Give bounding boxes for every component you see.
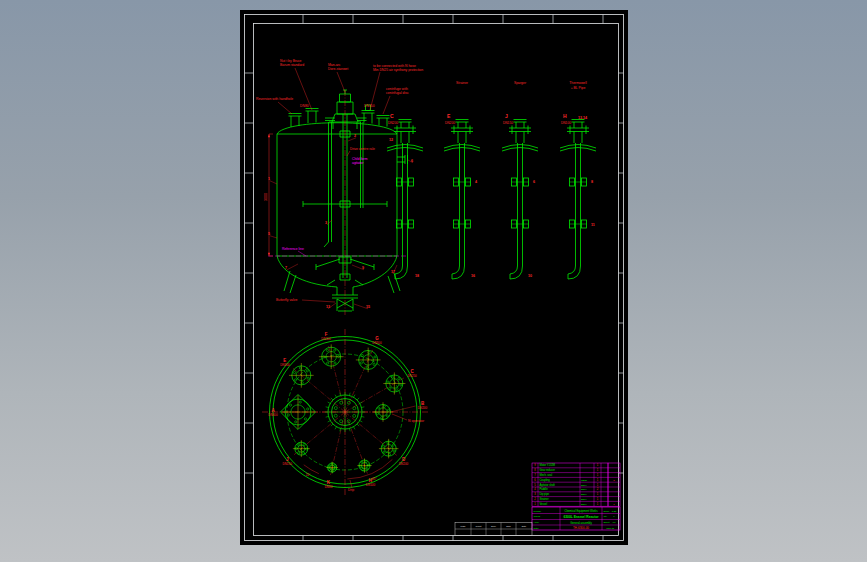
annotation-text: Drive centre rale — [350, 147, 375, 151]
center-gear-tooth — [349, 428, 350, 431]
annotations-part — [392, 414, 407, 420]
bolt-hole — [382, 445, 384, 447]
bolt-hole — [393, 450, 395, 452]
center-gear-tooth — [357, 398, 359, 400]
center-gear-tooth — [328, 402, 331, 404]
nozzle-center-mark — [356, 348, 381, 373]
center-gear-tooth — [335, 395, 337, 398]
center-gear-tooth — [354, 427, 356, 430]
nozzle-detail-views-part — [502, 145, 538, 152]
annotation-text: centrifugal disc — [386, 91, 409, 95]
bolt-hole — [361, 461, 363, 463]
nozzle-size: DN150 — [282, 462, 292, 466]
bolt-hole — [387, 409, 389, 411]
bom-no: 8 — [534, 468, 536, 472]
cad-viewport[interactable]: ADN600EDN300FDN300GDN300CDN250BDN200DDN2… — [0, 0, 867, 562]
nozzle-detail-views-part — [451, 126, 473, 135]
bolt-hole — [289, 404, 291, 406]
nozzle-size: DN200 — [418, 406, 428, 410]
title-block-right-label: Scale — [604, 510, 610, 512]
bom-material: S304 — [581, 484, 587, 487]
item-callout: 1 — [268, 177, 270, 181]
center-bolt-hole — [340, 401, 343, 404]
nozzle-center-mark — [373, 402, 393, 422]
nozzle-detail-views-part — [444, 145, 480, 152]
bom-name: Gear reducer — [540, 468, 555, 472]
nozzle-size: DN250 — [407, 374, 417, 378]
strip-label: Sign — [506, 525, 511, 527]
bolt-hole — [400, 384, 402, 386]
annotation-text: Drip — [348, 488, 354, 492]
drawing-subtitle: General assembly — [570, 521, 592, 525]
center-gear-tooth — [349, 393, 350, 396]
bom-qty: 1 — [597, 492, 599, 496]
bolt-hole — [327, 362, 329, 364]
bolt-hole — [295, 421, 297, 423]
bolt-hole — [398, 378, 400, 380]
nozzle-size: DN300 — [280, 363, 290, 367]
item-callout: 11 — [591, 223, 595, 227]
vessel-shell — [277, 123, 400, 311]
annotation-text: Reference line — [282, 247, 304, 251]
center-gear-tooth — [328, 421, 331, 423]
annotation-text: Barum standard — [280, 63, 304, 67]
title-block-right-label: Qty — [604, 515, 608, 517]
center-gear-tooth — [326, 416, 329, 417]
item-callout: 4 — [475, 180, 477, 184]
bolt-hole — [392, 444, 394, 446]
strip-label: Zone — [491, 525, 497, 527]
nozzle-detail-views-part — [456, 120, 469, 129]
item-callouts-part — [270, 181, 277, 184]
nozzle-detail-views-part — [572, 120, 585, 129]
nozzle-detail-views-part — [514, 120, 527, 129]
drawing-title: 6300L Enamel Reactor — [563, 515, 599, 519]
annotations: 3000CDN200EDN200StrainerJDN150SpargerHDN… — [256, 59, 587, 492]
bolt-hole — [373, 363, 375, 365]
bolt-hole — [376, 413, 378, 415]
nozzle-detail-views-part — [460, 143, 465, 266]
item-callout: 5 — [268, 232, 270, 236]
nozzle-center-mark — [319, 344, 344, 369]
bom-qty: 1 — [597, 463, 599, 467]
annotation-text: DN150 — [364, 104, 375, 108]
nozzle-detail-views-part — [401, 132, 409, 144]
angle-dim: 15° — [306, 473, 311, 477]
bolt-hole — [304, 418, 306, 420]
nozzle-detail-views-part — [576, 143, 581, 266]
bom-name: Strainer — [540, 497, 549, 501]
title-block-row-label: Appr. — [534, 521, 540, 524]
bolt-hole — [387, 381, 389, 383]
scale-value: 1:25 — [612, 510, 617, 512]
nozzle-detail-views-part — [574, 132, 582, 144]
bolt-hole — [365, 461, 367, 463]
dim-text: 3000 — [264, 193, 268, 201]
bom-table: 9Motor Y132M18Gear reducer17Mech. seal16… — [532, 463, 620, 506]
detail-title: Sparger — [514, 81, 527, 85]
center-gear-tooth — [361, 407, 364, 408]
bom-no: 6 — [534, 478, 536, 482]
bolt-hole — [326, 349, 328, 351]
qty-value: 1 — [613, 515, 615, 517]
center-gear-tooth — [360, 402, 363, 404]
bom-no: 2 — [534, 497, 536, 501]
sheet-frame — [245, 15, 624, 541]
detail-letter: J — [505, 113, 508, 119]
annotations-part — [278, 102, 292, 114]
dimension-lines — [269, 134, 273, 256]
annotation-text: Min DN25 air synthony protection — [373, 68, 423, 72]
bolt-hole — [381, 417, 383, 419]
nozzle-detail-views-part — [452, 266, 465, 279]
annotations-part — [383, 96, 390, 114]
center-gear-tooth — [360, 421, 363, 423]
detail-letter: E — [447, 113, 451, 119]
bom-name: Motor Y132M — [540, 463, 556, 467]
bolt-hole — [298, 443, 300, 445]
bom-name: Dip pipe — [540, 492, 550, 496]
border-ticks — [245, 15, 624, 541]
revision-strip: MarkCountZoneSignDate — [455, 523, 532, 536]
mass-value: 4860 kg — [606, 527, 615, 529]
item-callouts-part — [348, 138, 356, 141]
item-callout: 7 — [285, 266, 287, 270]
annotations-part — [302, 300, 335, 302]
nozzle-size: DN100 — [366, 483, 376, 487]
